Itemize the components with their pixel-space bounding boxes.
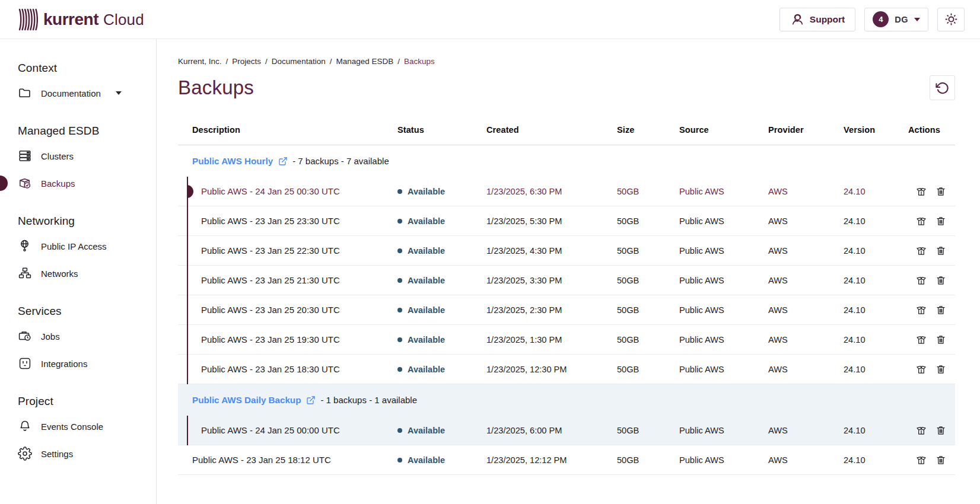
sidebar-item-events-console[interactable]: Events Console (18, 417, 150, 435)
delete-button[interactable] (935, 215, 947, 227)
backup-group-body: Public AWS - 24 Jan 25 00:30 UTCAvailabl… (178, 177, 955, 384)
restore-button[interactable] (915, 275, 927, 286)
context-selector-documentation[interactable]: Documentation (18, 84, 150, 102)
backup-group-link[interactable]: Public AWS Daily Backup (192, 395, 301, 405)
delete-button[interactable] (935, 275, 947, 286)
trash-icon (935, 334, 947, 346)
status-icon (397, 428, 402, 433)
status-label: Available (408, 426, 445, 435)
backup-row[interactable]: Public AWS - 23 Jan 25 19:30 UTCAvailabl… (178, 325, 955, 355)
actions-cell (908, 454, 955, 466)
backup-row[interactable]: Public AWS - 24 Jan 25 00:30 UTCAvailabl… (178, 177, 955, 206)
table-body: Public AWS Hourly- 7 backups - 7 availab… (178, 145, 955, 475)
sidebar-item-clusters[interactable]: Clusters (18, 147, 150, 165)
status-label: Available (408, 246, 445, 256)
delete-button[interactable] (935, 186, 947, 197)
restore-icon (915, 454, 927, 466)
external-link-icon[interactable] (306, 395, 316, 405)
refresh-button[interactable] (930, 75, 955, 100)
description-cell: Public AWS - 23 Jan 25 21:30 UTC (178, 275, 397, 285)
provider-cell: AWS (768, 216, 844, 226)
backup-row[interactable]: Public AWS - 23 Jan 25 18:30 UTCAvailabl… (178, 355, 955, 384)
refresh-icon (936, 81, 949, 95)
page-title: Backups (178, 76, 254, 99)
actions-cell (908, 363, 955, 375)
restore-button[interactable] (915, 245, 927, 257)
sidebar-section-project: Project Events Console Settings (18, 395, 150, 462)
backup-row[interactable]: Public AWS - 23 Jan 25 21:30 UTCAvailabl… (178, 266, 955, 295)
support-button[interactable]: Support (779, 8, 855, 31)
kurrent-cloud-logo[interactable]: kurrent Cloud (18, 8, 144, 31)
provider-cell: AWS (768, 276, 844, 285)
jobs-icon (18, 329, 32, 343)
column-header-size: Size (617, 125, 679, 135)
status-label: Available (408, 455, 445, 465)
restore-button[interactable] (915, 304, 927, 316)
backup-row[interactable]: Public AWS - 23 Jan 25 23:30 UTCAvailabl… (178, 206, 955, 236)
restore-icon (915, 363, 927, 375)
description-cell: Public AWS - 23 Jan 25 18:30 UTC (178, 364, 397, 374)
backup-row[interactable]: Public AWS - 23 Jan 25 20:30 UTCAvailabl… (178, 295, 955, 325)
restore-button[interactable] (915, 186, 927, 197)
delete-button[interactable] (935, 454, 947, 466)
restore-button[interactable] (915, 425, 927, 436)
breadcrumb-link[interactable]: Documentation (272, 57, 326, 66)
backup-group-header: Public AWS Hourly- 7 backups - 7 availab… (178, 145, 955, 177)
created-cell: 1/23/2025, 12:30 PM (486, 365, 617, 374)
restore-button[interactable] (915, 363, 927, 375)
provider-cell: AWS (768, 335, 844, 344)
created-cell: 1/23/2025, 6:00 PM (486, 426, 617, 435)
trash-icon (935, 363, 947, 375)
delete-button[interactable] (935, 245, 947, 257)
chevron-down-icon (914, 18, 920, 21)
actions-cell (908, 186, 955, 197)
sidebar-item-jobs[interactable]: Jobs (18, 327, 150, 345)
delete-button[interactable] (935, 425, 947, 436)
status-label: Available (408, 216, 445, 226)
breadcrumb-link[interactable]: Kurrent, Inc. (178, 57, 222, 66)
external-link-icon[interactable] (278, 157, 288, 166)
backup-group-body: Public AWS - 24 Jan 25 00:00 UTCAvailabl… (178, 416, 955, 445)
description-cell: Public AWS - 23 Jan 25 19:30 UTC (178, 334, 397, 344)
breadcrumb-separator: / (226, 57, 228, 66)
version-cell: 24.10 (844, 426, 908, 435)
breadcrumb-link[interactable]: Managed ESDB (336, 57, 393, 66)
sidebar-item-public-ip-access[interactable]: Public IP Access (18, 237, 150, 255)
delete-button[interactable] (935, 363, 947, 375)
support-button-label: Support (810, 14, 845, 25)
backup-row[interactable]: Public AWS - 23 Jan 25 18:12 UTCAvailabl… (178, 445, 955, 475)
sidebar-item-integrations[interactable]: Integrations (18, 355, 150, 372)
breadcrumb-current: Backups (404, 57, 435, 66)
status-icon (397, 278, 402, 283)
sidebar-heading-managed-esdb: Managed ESDB (18, 125, 150, 138)
restore-button[interactable] (915, 215, 927, 227)
sidebar-section-networking: Networking Public IP Access (18, 215, 150, 282)
actions-cell (908, 304, 955, 316)
created-cell: 1/23/2025, 6:30 PM (486, 187, 617, 196)
version-cell: 24.10 (844, 305, 908, 315)
status-cell: Available (397, 305, 486, 315)
theme-toggle-button[interactable] (937, 8, 965, 31)
backup-row[interactable]: Public AWS - 23 Jan 25 22:30 UTCAvailabl… (178, 236, 955, 266)
sidebar-item-networks[interactable]: Networks (18, 264, 150, 282)
backup-row[interactable]: Public AWS - 24 Jan 25 00:00 UTCAvailabl… (178, 416, 955, 445)
breadcrumb-link[interactable]: Projects (232, 57, 261, 66)
source-cell: Public AWS (679, 187, 768, 196)
sidebar-item-settings[interactable]: Settings (18, 445, 150, 462)
delete-button[interactable] (935, 304, 947, 316)
backup-group: Public AWS Daily Backup- 1 backups - 1 a… (178, 384, 955, 445)
sidebar-item-backups[interactable]: Backups (18, 174, 150, 192)
backup-group-summary: - 1 backups - 1 available (320, 395, 417, 405)
bell-icon (18, 419, 32, 433)
sidebar-item-label: Clusters (41, 151, 74, 161)
restore-button[interactable] (915, 334, 927, 346)
restore-button[interactable] (915, 454, 927, 466)
breadcrumb: Kurrent, Inc./Projects/Documentation/Man… (178, 57, 955, 66)
status-cell: Available (397, 365, 486, 374)
delete-button[interactable] (935, 334, 947, 346)
restore-icon (915, 186, 927, 197)
backup-group-link[interactable]: Public AWS Hourly (192, 156, 273, 166)
trash-icon (935, 454, 947, 466)
provider-cell: AWS (768, 187, 844, 196)
user-menu-button[interactable]: 4 DG (864, 8, 928, 31)
